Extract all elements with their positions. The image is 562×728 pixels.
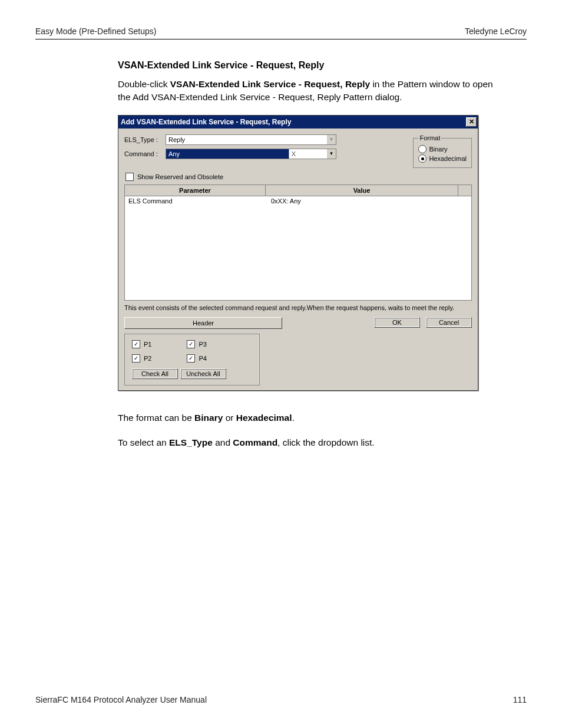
txt: , click the dropdown list. [277, 437, 375, 447]
port-p1-label: P1 [144, 341, 151, 348]
header-right: Teledyne LeCroy [465, 27, 527, 36]
header-button[interactable]: Header [124, 317, 282, 329]
port-p2[interactable]: P2 [132, 354, 151, 363]
scroll-gutter [458, 185, 471, 196]
footer-page: 111 [513, 695, 527, 704]
els-type-label: ELS_Type : [124, 136, 166, 143]
header-left: Easy Mode (Pre-Defined Setups) [35, 27, 156, 36]
dialog-titlebar: Add VSAN-Extended Link Service - Request… [118, 116, 478, 129]
format-group: Format Binary Hexadecimal [413, 134, 472, 168]
radio-icon [418, 145, 427, 153]
txt: To select an [118, 437, 169, 447]
txt-bold: Command [233, 437, 277, 447]
format-legend: Format [418, 134, 441, 141]
close-button[interactable]: ✕ [466, 117, 477, 127]
txt-bold: Binary [194, 413, 223, 423]
clear-icon[interactable]: X [289, 149, 298, 159]
checkbox-icon [187, 354, 195, 363]
els-type-combo[interactable]: Reply ▼ [166, 134, 336, 145]
dialog-title: Add VSAN-Extended Link Service - Request… [121, 118, 291, 126]
command-label: Command : [124, 150, 166, 157]
page-header: Easy Mode (Pre-Defined Setups) Teledyne … [35, 27, 527, 39]
section-title: VSAN-Extended Link Service - Request, Re… [118, 60, 503, 71]
checkbox-icon [132, 340, 140, 348]
intro-bold: VSAN-Extended Link Service - Request, Re… [170, 79, 370, 89]
format-hex-option[interactable]: Hexadecimal [418, 154, 467, 163]
txt: and [213, 437, 233, 447]
format-binary-label: Binary [429, 146, 447, 153]
cell-value: 0xXX: Any [267, 196, 471, 206]
txt-bold: Hexadecimal [236, 413, 292, 423]
format-binary-option[interactable]: Binary [418, 145, 467, 153]
command-value: Any [166, 149, 289, 159]
dropdown-arrow-icon: ▼ [326, 135, 336, 144]
dialog-window: Add VSAN-Extended Link Service - Request… [118, 115, 478, 391]
txt: The format can be [118, 413, 194, 423]
port-p2-label: P2 [144, 355, 151, 362]
intro-prefix: Double-click [118, 79, 170, 89]
command-combo[interactable]: Any X ▼ [166, 149, 336, 159]
txt: or [223, 413, 236, 423]
port-p3[interactable]: P3 [187, 340, 206, 348]
port-p4-label: P4 [199, 355, 206, 362]
check-all-button[interactable]: Check All [132, 368, 178, 379]
checkbox-icon [125, 173, 134, 181]
intro-paragraph: Double-click VSAN-Extended Link Service … [118, 78, 503, 103]
cell-param: ELS Command [125, 196, 267, 206]
parameter-grid: Parameter Value ELS Command 0xXX: Any [124, 185, 472, 301]
port-p4[interactable]: P4 [187, 354, 206, 363]
els-type-value: Reply [166, 135, 326, 144]
footer-left: SierraFC M164 Protocol Analyzer User Man… [35, 695, 207, 704]
page-footer: SierraFC M164 Protocol Analyzer User Man… [35, 695, 527, 704]
checkbox-icon [187, 340, 195, 348]
txt: . [292, 413, 295, 423]
select-note: To select an ELS_Type and Command, click… [118, 436, 503, 449]
uncheck-all-button[interactable]: Uncheck All [180, 368, 226, 379]
radio-icon [418, 154, 427, 163]
txt-bold: ELS_Type [169, 437, 213, 447]
cancel-button[interactable]: Cancel [426, 317, 472, 328]
checkbox-icon [132, 354, 140, 363]
port-group: P1 P3 P2 P4 [124, 334, 260, 386]
event-note: This event consists of the selected comm… [124, 304, 472, 311]
col-parameter: Parameter [125, 185, 266, 196]
format-hex-label: Hexadecimal [429, 155, 467, 162]
port-p3-label: P3 [199, 341, 206, 348]
col-value: Value [266, 185, 458, 196]
show-reserved-checkbox[interactable]: Show Reserved and Obsolete [125, 173, 472, 181]
format-note: The format can be Binary or Hexadecimal. [118, 411, 503, 424]
port-p1[interactable]: P1 [132, 340, 151, 348]
show-reserved-label: Show Reserved and Obsolete [137, 173, 223, 180]
table-row[interactable]: ELS Command 0xXX: Any [125, 196, 471, 206]
dropdown-arrow-icon[interactable]: ▼ [326, 149, 336, 159]
ok-button[interactable]: OK [374, 317, 420, 328]
